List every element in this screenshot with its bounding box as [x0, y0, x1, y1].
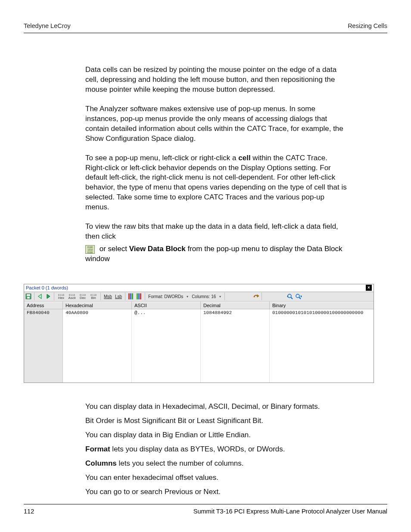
next-button[interactable] — [45, 292, 52, 300]
header-decimal: Decimal — [201, 302, 270, 309]
close-button[interactable]: × — [366, 285, 372, 291]
cell-hex: 40AA0800 — [63, 309, 132, 383]
column-headers: Address Hexadecimal ASCII Decimal Binary — [24, 302, 374, 309]
svg-marker-16 — [301, 295, 302, 298]
svg-marker-4 — [47, 294, 50, 299]
msb-button[interactable]: Msb — [103, 294, 113, 299]
page-number: 112 — [24, 508, 34, 515]
cell-address: FB840040 — [24, 309, 63, 383]
dec-mode-button[interactable]: 0110Dec — [78, 293, 87, 299]
toolbar: 0110Hex 0110Ascii 0110Dec 0110Bin Msb Ls… — [24, 292, 374, 302]
svg-point-14 — [296, 294, 299, 298]
bin-mode-button[interactable]: 0110Bin — [89, 293, 98, 299]
format-dropdown[interactable]: ▾ — [185, 295, 190, 299]
svg-rect-10 — [140, 293, 141, 299]
svg-rect-6 — [130, 293, 131, 299]
svg-line-12 — [291, 297, 293, 299]
page-header: Teledyne LeCroy Resizing Cells — [24, 22, 387, 33]
window-titlebar: Packet 0 (1 dwords) × — [24, 284, 374, 292]
svg-rect-7 — [132, 293, 133, 299]
data-block-window: Packet 0 (1 dwords) × 0110Hex 0110Ascii … — [24, 284, 374, 383]
paragraph-endian: You can display data in Big Endian or Li… — [85, 430, 348, 440]
columns-dropdown[interactable]: ▾ — [218, 295, 222, 299]
cell-ascii: @... — [132, 309, 201, 383]
header-address: Address — [24, 302, 63, 309]
header-right: Resizing Cells — [348, 22, 387, 29]
data-grid[interactable]: FB840040 40AA0800 @... 1084884992 010000… — [24, 309, 374, 383]
format-label: Format: DWORDs — [147, 294, 184, 299]
header-binary: Binary — [270, 302, 374, 309]
svg-point-11 — [288, 294, 291, 298]
search-prev-button[interactable] — [287, 292, 294, 300]
svg-line-15 — [299, 297, 301, 299]
search-next-button[interactable] — [295, 292, 302, 300]
go-button[interactable] — [252, 292, 259, 300]
paragraph-popup-howto: To see a pop-up menu, left-click or righ… — [85, 153, 348, 213]
cell-binary: 01000000101010100000100000000000 — [270, 309, 374, 383]
prev-button[interactable] — [37, 292, 44, 300]
paragraph-search: You can go to or search Previous or Next… — [85, 487, 348, 497]
svg-rect-8 — [137, 293, 138, 299]
header-ascii: ASCII — [132, 302, 201, 309]
columns-label: Columns: 16 — [191, 294, 217, 299]
paragraph-format: Format lets you display data as BYTEs, W… — [85, 445, 348, 454]
bits-icon: 010010100100 — [85, 245, 95, 254]
page-footer: 112 Summit T3-16 PCI Express Multi-Lane … — [24, 504, 387, 515]
header-left: Teledyne LeCroy — [24, 22, 71, 29]
svg-rect-5 — [128, 293, 130, 299]
lsb-button[interactable]: Lsb — [114, 294, 123, 299]
save-button[interactable] — [25, 292, 32, 300]
big-endian-button[interactable] — [128, 292, 134, 300]
paragraph-resize-cells: Data cells can be resized by pointing th… — [85, 65, 348, 95]
header-hex: Hexadecimal — [63, 302, 132, 309]
svg-rect-2 — [27, 297, 30, 299]
ascii-mode-button[interactable]: 0110Ascii — [67, 293, 77, 299]
little-endian-button[interactable] — [136, 292, 143, 300]
svg-marker-3 — [38, 294, 41, 299]
svg-rect-1 — [27, 294, 30, 296]
paragraph-offset: You can enter hexadecimal offset values. — [85, 473, 348, 483]
paragraph-columns: Columns lets you select the number of co… — [85, 459, 348, 469]
paragraph-view-raw-bits-2: 010010100100 or select View Data Block f… — [85, 244, 348, 264]
paragraph-view-raw-bits-1: To view the raw bits that make up the da… — [85, 222, 348, 242]
paragraph-display-formats: You can display data in Hexadecimal, ASC… — [85, 402, 348, 412]
cell-decimal: 1084884992 — [201, 309, 270, 383]
svg-rect-9 — [138, 293, 140, 299]
paragraph-popup-intro: The Analyzer software makes extensive us… — [85, 104, 348, 144]
paragraph-bit-order: Bit Order is Most Significant Bit or Lea… — [85, 416, 348, 426]
hex-mode-button[interactable]: 0110Hex — [56, 293, 66, 299]
window-title: Packet 0 (1 dwords) — [26, 285, 68, 290]
manual-title: Summit T3-16 PCI Express Multi-Lane Prot… — [193, 508, 387, 515]
